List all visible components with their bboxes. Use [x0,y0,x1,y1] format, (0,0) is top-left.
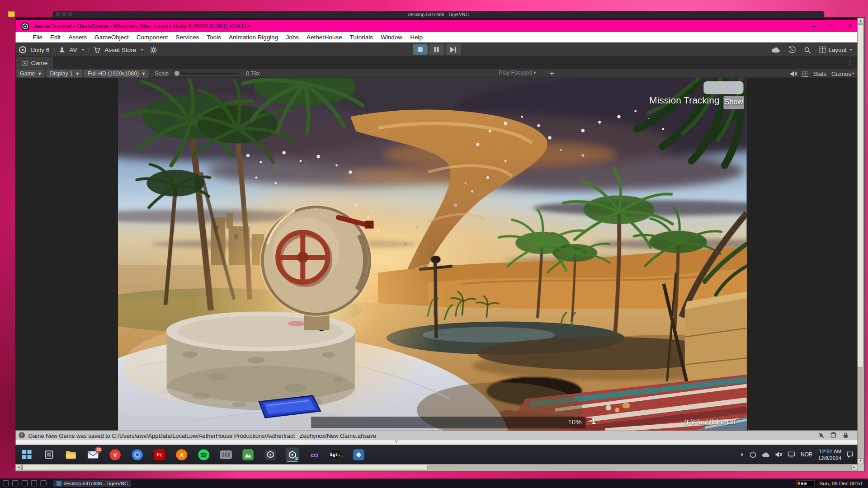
vertical-scroll-thumb[interactable] [858,24,863,367]
display-dropdown[interactable]: Display 1▾ [47,70,82,77]
step-button[interactable] [446,44,461,55]
scale-slider[interactable] [173,73,238,74]
unity-toolbar: Unity 6 | AV ▾ | Asset Store ▾ [15,42,857,57]
tray-monitor-widget[interactable] [796,480,815,486]
maximize-button[interactable]: □ [830,22,834,30]
menu-component[interactable]: Component [132,32,172,42]
play-focused-dropdown[interactable]: Play Focused▾ [499,70,536,75]
filezilla-icon[interactable]: Fz [153,447,166,462]
caret-icon: ▾ [141,47,143,52]
task-view-button[interactable] [42,447,55,462]
mission-show-button[interactable]: Show [723,96,744,109]
scroll-down-button[interactable]: ▼ [858,458,863,464]
terminal-icon[interactable]: &gt;_ [330,447,343,462]
play-button[interactable] [412,44,427,55]
tray-chevron-up-icon[interactable]: ∧ [740,451,744,457]
unity-app-icon [21,22,29,30]
menu-file[interactable]: File [29,32,47,42]
menu-help[interactable]: Help [406,32,427,42]
mute-audio-icon[interactable] [549,71,555,76]
tray-unity-icon[interactable] [750,451,756,458]
unity-hub-icon[interactable] [264,447,277,462]
tray-cloud-icon[interactable] [762,452,769,457]
tab-game[interactable]: Game [16,57,53,69]
start-button[interactable] [20,447,33,462]
hud-hint-panel [703,81,743,94]
scroll-up-button[interactable]: ▲ [858,18,863,23]
layout-dropdown[interactable]: Layout ▾ [820,47,852,53]
browser-icon[interactable] [131,447,144,462]
scale-slider-thumb[interactable] [174,70,179,75]
account-dropdown[interactable]: AV [70,47,77,53]
close-button[interactable]: × [848,22,852,30]
menu-gameobject[interactable]: GameObject [90,32,132,42]
gear-icon[interactable] [150,46,157,53]
unity-logo-icon [19,46,27,54]
view-mode-dropdown[interactable]: Game▾ [17,70,45,77]
display-icon[interactable] [788,451,795,457]
action-center-icon[interactable] [847,451,853,457]
menu-assets[interactable]: Assets [65,32,91,42]
menu-animation-rigging[interactable]: Animation Rigging [225,32,282,42]
audio-icon[interactable] [790,70,797,76]
host-taskbar-icon-5[interactable] [40,480,46,486]
stats-button[interactable]: Stats [813,70,826,77]
file-explorer-icon[interactable] [64,447,77,462]
vivaldi-icon[interactable]: V [108,447,122,462]
desktop-shortcut-icon[interactable] [8,11,15,17]
resolution-dropdown[interactable]: Full HD (868x488)▾ [85,70,148,77]
menu-tutorials[interactable]: Tutorials [346,32,377,42]
mail-icon[interactable]: 26 [86,447,99,462]
scroll-left-button[interactable]: ◄ [15,464,21,470]
history-icon[interactable] [788,46,796,53]
app-icon-blue[interactable] [352,447,365,462]
package-icon[interactable] [830,432,836,438]
visual-studio-icon[interactable]: ∞ [308,447,321,462]
xampp-icon[interactable]: X [175,447,188,462]
pause-button[interactable] [429,44,444,55]
search-icon[interactable] [804,46,811,53]
vnc-window-titlebar[interactable]: desktop-541c686 - TigerVNC [52,11,824,17]
photos-icon[interactable] [241,447,255,462]
menu-window[interactable]: Window [377,32,406,42]
asset-store-dropdown[interactable]: Asset Store [104,47,136,53]
cloud-icon[interactable] [771,47,780,52]
language-indicator[interactable]: NOB [801,451,813,457]
record-grid-icon[interactable] [802,70,808,76]
pane-menu-icon[interactable]: ⋮ [847,59,853,66]
game-render-surface[interactable]: Mission Tracking Show 10% 1 (F)Flashligh… [118,78,747,431]
vnc-horizontal-scrollbar[interactable]: ◄ ► [15,464,857,471]
mail-badge: 26 [95,446,102,453]
vnc-vertical-scrollbar[interactable]: ▲ ▼ [858,18,864,464]
unity-editor-icon[interactable] [286,447,299,462]
taskbar-reveal-strip[interactable]: ∨ [15,439,857,445]
chevron-down-icon[interactable]: ∨ [395,438,398,444]
windows-taskbar: 26 V Fz X [15,445,857,464]
unity-titlebar[interactable]: AetherSurvival - OasisScene - Windows, M… [15,20,857,32]
host-entry-label: desktop-541c686 - TigerVNC [64,480,128,486]
menu-services[interactable]: Services [172,32,203,42]
mute-notifications-icon[interactable] [818,432,824,438]
spotify-icon[interactable] [197,447,210,462]
host-taskbar-entry[interactable]: desktop-541c686 - TigerVNC [53,480,132,487]
host-taskbar-icon-2[interactable] [12,480,18,486]
app-icon-gray[interactable] [219,447,232,462]
menu-tools[interactable]: Tools [203,32,225,42]
taskbar-clock[interactable]: 12:51 AM 12/8/2024 [818,448,841,461]
status-message[interactable]: Game New Game was saved to C:/Users/awv/… [28,432,376,439]
minimize-button[interactable]: – [811,22,815,30]
menu-jobs[interactable]: Jobs [282,32,303,42]
host-taskbar-icon-3[interactable] [22,480,28,486]
host-taskbar-icon-4[interactable] [31,480,37,486]
menu-aetherhouse[interactable]: AetherHouse [302,32,346,42]
volume-muted-icon[interactable] [775,451,782,457]
host-taskbar-icon-1[interactable] [3,480,9,486]
horizontal-scroll-thumb[interactable] [22,464,428,470]
vnc-titlebar-controls[interactable] [56,12,72,16]
menu-edit[interactable]: Edit [47,32,65,42]
host-clock[interactable]: Sun, 08 Dec 00:51 [820,480,863,486]
lock-icon[interactable] [843,432,849,438]
scroll-right-button[interactable]: ► [851,464,857,470]
game-viewport: Mission Tracking Show 10% 1 (F)Flashligh… [15,78,857,431]
gizmos-dropdown[interactable]: Gizmos▾ [831,70,854,77]
